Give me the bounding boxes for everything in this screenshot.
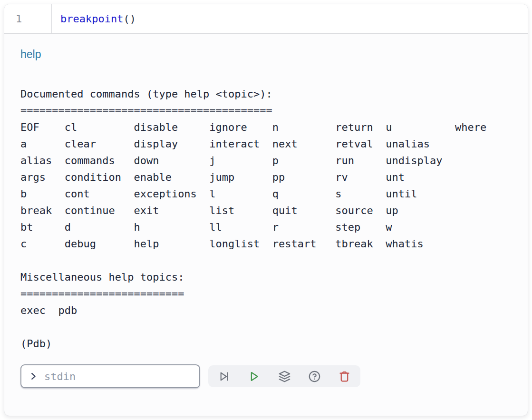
pdb-help-output: Documented commands (type help <topic>):… <box>20 86 512 352</box>
toolbar <box>208 365 360 387</box>
code-line[interactable]: breakpoint() <box>60 4 136 33</box>
stack-button[interactable] <box>278 370 291 383</box>
layers-icon <box>278 370 291 383</box>
run-button[interactable] <box>248 370 261 383</box>
trash-icon <box>338 370 351 383</box>
code-token-parens: () <box>123 13 136 25</box>
step-forward-icon <box>218 370 231 383</box>
console-output-area: help Documented commands (type help <top… <box>4 34 528 388</box>
help-button[interactable] <box>308 370 321 383</box>
play-icon <box>248 370 261 383</box>
echoed-command: help <box>20 48 512 61</box>
chevron-right-icon <box>28 371 39 381</box>
clear-button[interactable] <box>338 370 351 383</box>
stdin-input[interactable] <box>44 371 193 382</box>
line-number: 1 <box>16 13 22 25</box>
question-circle-icon <box>308 370 321 383</box>
code-token-function: breakpoint <box>60 13 123 25</box>
io-row <box>20 364 512 388</box>
editor-gutter: 1 <box>4 4 52 33</box>
repl-card: 1 breakpoint() help Documented commands … <box>4 4 528 416</box>
code-editor-row: 1 breakpoint() <box>4 4 528 34</box>
step-forward-button[interactable] <box>218 370 231 383</box>
stdin-box[interactable] <box>20 364 200 388</box>
